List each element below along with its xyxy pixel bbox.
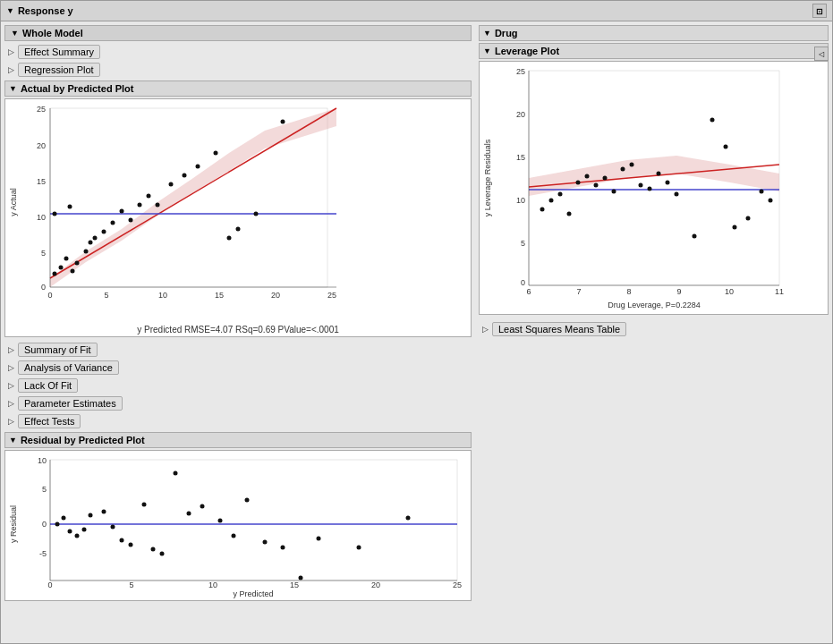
leverage-section: ▼ Leverage Plot [479,43,829,317]
svg-point-94 [585,174,590,179]
svg-point-106 [710,118,715,123]
svg-point-107 [724,145,728,149]
svg-text:y Actual: y Actual [9,188,18,216]
svg-text:25: 25 [453,580,462,589]
svg-point-102 [657,172,661,176]
svg-point-50 [82,528,87,532]
anova-tri: ▷ [8,363,14,372]
actual-predicted-title: Actual by Predicted Plot [21,83,134,94]
regression-plot-button[interactable]: Regression Plot [18,63,100,77]
svg-point-54 [120,538,124,543]
svg-point-103 [666,181,670,185]
svg-point-101 [648,187,652,191]
svg-point-8 [75,261,80,266]
content-area: ▼ Whole Model ▷ Effect Summary ▷ Regress… [1,21,832,643]
svg-point-24 [236,227,241,232]
svg-text:5: 5 [104,291,108,300]
svg-point-48 [68,530,72,534]
svg-point-91 [558,192,563,197]
svg-text:10: 10 [38,456,47,465]
svg-text:5: 5 [129,580,133,589]
svg-point-95 [594,183,599,188]
svg-text:7: 7 [576,287,581,296]
svg-point-99 [630,163,634,167]
svg-text:9: 9 [676,287,681,296]
least-squares-button[interactable]: Least Squares Means Table [492,322,626,336]
svg-point-10 [89,241,93,245]
svg-text:y Residual: y Residual [9,505,18,543]
scroll-left-btn[interactable]: ◁ [814,47,829,61]
svg-point-64 [245,498,250,503]
svg-point-53 [111,525,115,530]
svg-point-67 [299,576,303,580]
svg-point-12 [102,230,106,234]
lack-of-fit-tri: ▷ [8,381,14,390]
svg-point-63 [232,534,236,538]
svg-text:20: 20 [516,110,525,119]
actual-predicted-section: ▼ Actual by Predicted Plot [4,80,472,339]
svg-point-17 [147,194,151,199]
svg-text:5: 5 [521,239,525,248]
analysis-of-variance-button[interactable]: Analysis of Variance [18,360,119,375]
svg-point-100 [639,183,643,188]
param-est-tri: ▷ [8,399,14,408]
svg-text:6: 6 [526,287,531,296]
summary-of-fit-button[interactable]: Summary of Fit [18,343,98,357]
svg-point-5 [59,266,64,270]
lack-of-fit-row: ▷ Lack Of Fit [4,377,472,394]
leverage-header[interactable]: ▼ Leverage Plot [479,43,829,59]
svg-point-46 [55,522,60,527]
svg-text:0: 0 [47,291,52,300]
svg-text:10: 10 [158,291,167,300]
svg-point-90 [549,199,554,203]
svg-point-104 [675,192,679,197]
svg-text:25: 25 [37,105,46,114]
residual-title: Residual by Predicted Plot [21,435,145,445]
svg-point-96 [603,176,608,181]
svg-point-11 [93,236,98,241]
parameter-estimates-button[interactable]: Parameter Estimates [18,396,123,411]
svg-point-66 [281,546,285,550]
svg-point-13 [111,221,115,225]
svg-point-49 [75,534,80,538]
svg-text:5: 5 [42,485,47,494]
svg-text:25: 25 [516,67,525,76]
svg-point-55 [129,543,133,547]
svg-point-97 [612,190,616,194]
actual-predicted-svg: 25 20 15 10 5 0 0 5 10 15 20 25 [5,99,341,323]
svg-point-9 [84,250,89,254]
residual-header[interactable]: ▼ Residual by Predicted Plot [4,432,472,448]
whole-model-header[interactable]: ▼ Whole Model [4,25,472,41]
svg-point-14 [120,209,124,214]
svg-point-26 [281,120,285,124]
svg-text:-5: -5 [39,549,47,558]
svg-point-60 [187,512,191,516]
svg-text:10: 10 [208,580,217,589]
least-squares-tri: ▷ [482,325,489,334]
svg-text:15: 15 [37,177,46,186]
svg-point-89 [540,208,545,212]
right-panel: ▼ Drug ◁ ▷ Drug*x ▼ Leverage Plot [475,21,832,643]
svg-text:y Predicted: y Predicted [233,589,273,598]
leverage-svg: 25 20 15 10 5 0 6 7 8 9 10 11 [480,62,802,312]
svg-text:8: 8 [626,287,631,296]
collapse-toggle[interactable]: ▼ [6,6,14,15]
lack-of-fit-button[interactable]: Lack Of Fit [18,378,78,393]
effect-summary-button[interactable]: Effect Summary [18,45,100,59]
drug-header[interactable]: ▼ Drug [479,25,829,41]
svg-point-59 [174,471,178,476]
summary-tri: ▷ [8,345,14,354]
svg-point-4 [53,272,57,276]
svg-point-25 [254,212,259,216]
parameter-estimates-row: ▷ Parameter Estimates [4,395,472,411]
left-panel: ▼ Whole Model ▷ Effect Summary ▷ Regress… [1,21,475,643]
window-control-icon[interactable]: ⊡ [812,4,827,18]
svg-point-61 [200,504,205,509]
svg-point-56 [142,503,147,507]
svg-point-111 [769,199,773,203]
svg-point-16 [138,203,142,208]
actual-predicted-header[interactable]: ▼ Actual by Predicted Plot [4,80,472,97]
effect-tests-button[interactable]: Effect Tests [18,414,81,428]
svg-point-68 [317,537,321,541]
residual-plot: 10 5 0 -5 0 5 10 15 20 25 [4,450,472,601]
